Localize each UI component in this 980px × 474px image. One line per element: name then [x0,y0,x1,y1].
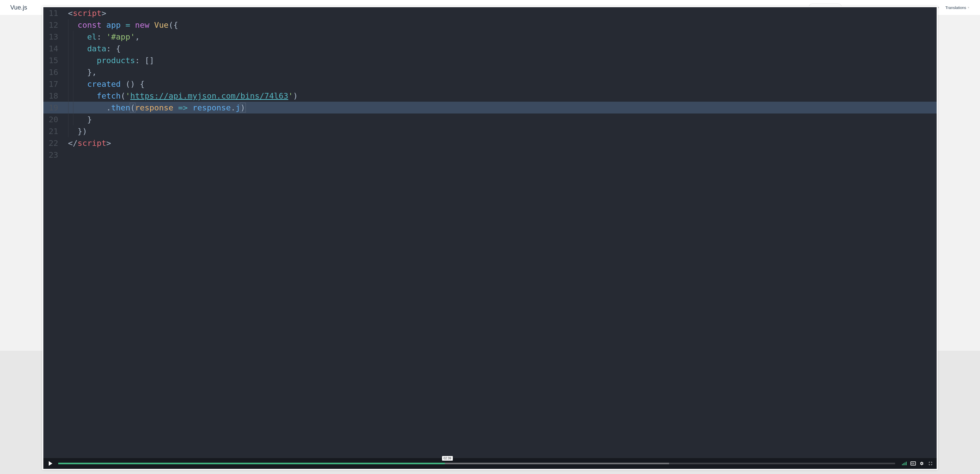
code-editor-view: 11<script>12 const app = new Vue({13 el:… [43,7,937,469]
code-content: created () { [63,79,145,89]
code-content: }, [63,67,97,77]
code-content: products: [] [63,56,154,65]
code-line: 18 fetch('https://api.myjson.com/bins/74… [43,90,937,102]
volume-icon[interactable] [901,460,907,466]
video-controls-bar: 02:39 CC [43,458,937,469]
line-number: 23 [43,150,63,160]
code-line: 20 } [43,113,937,125]
cc-button[interactable]: CC [910,460,916,466]
fullscreen-icon[interactable] [928,460,934,466]
play-button[interactable] [46,460,55,468]
code-line: 12 const app = new Vue({ [43,19,937,31]
line-number: 17 [43,79,63,89]
code-line: 19 .then(response => response.j) [43,102,937,113]
code-content: el: '#app', [63,32,140,41]
code-line: 11<script> [43,7,937,19]
progress-played [58,463,445,464]
code-content: </script> [63,139,111,148]
nav-item-translations[interactable]: Translations▼ [945,5,970,10]
line-number: 12 [43,20,63,30]
nav-item-label: Translations [945,5,966,10]
code-line: 14 data: { [43,43,937,54]
line-number: 20 [43,115,63,124]
code-content: <script> [63,8,106,18]
code-content: } [63,115,92,124]
code-content: const app = new Vue({ [63,20,178,30]
site-logo[interactable]: Vue.js [10,4,27,11]
code-content: fetch('https://api.myjson.com/bins/74l63… [63,91,298,101]
code-line: 15 products: [] [43,54,937,66]
line-number: 11 [43,8,63,18]
line-number: 14 [43,44,63,53]
code-line: 16 }, [43,66,937,78]
code-line: 21 }) [43,125,937,137]
line-number: 18 [43,91,63,101]
line-number: 22 [43,139,63,148]
line-number: 21 [43,126,63,136]
code-content: }) [63,126,87,136]
line-number: 19 [43,103,63,112]
video-player-frame: 11<script>12 const app = new Vue({13 el:… [42,6,938,470]
code-content: .then(response => response.j) [63,103,245,112]
code-line: 23 [43,149,937,161]
code-line: 17 created () { [43,78,937,90]
chevron-down-icon: ▼ [967,6,970,9]
play-icon [49,461,52,466]
code-line: 22</script> [43,137,937,149]
time-tooltip: 02:39 [442,456,453,461]
code-line: 13 el: '#app', [43,31,937,43]
line-number: 13 [43,32,63,41]
code-content: data: { [63,44,121,53]
line-number: 16 [43,67,63,77]
settings-icon[interactable] [919,460,925,466]
line-number: 15 [43,56,63,65]
video-progress-bar[interactable]: 02:39 [58,463,895,464]
